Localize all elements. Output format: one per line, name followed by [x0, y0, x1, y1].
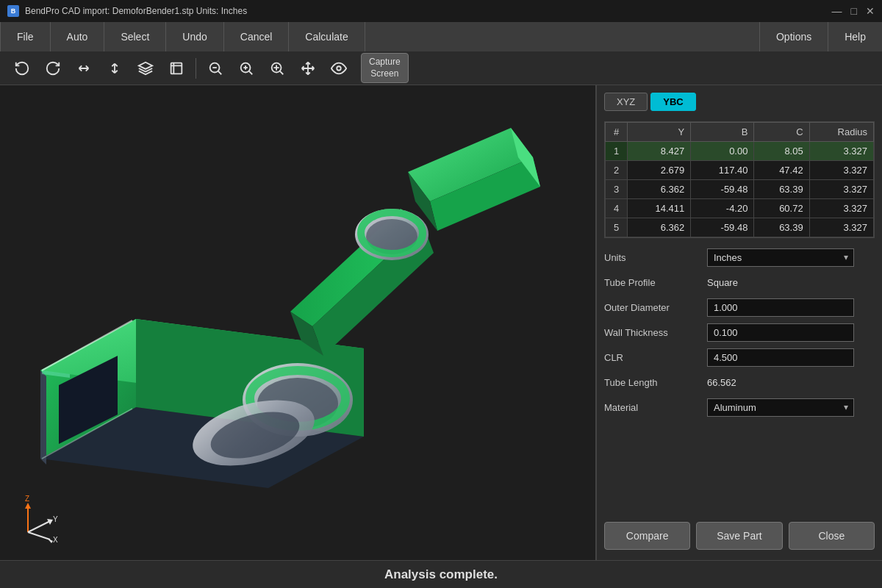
table-row[interactable]: 1 8.427 0.00 8.05 3.327	[606, 142, 874, 161]
table-body: 1 8.427 0.00 8.05 3.327 2 2.679 117.40 4…	[606, 142, 874, 237]
wall-thickness-label: Wall Thickness	[604, 327, 707, 338]
cell-radius: 3.327	[809, 142, 873, 161]
menu-help[interactable]: Help	[828, 22, 882, 51]
wall-thickness-input[interactable]	[707, 323, 854, 342]
app-logo: B	[7, 5, 19, 17]
cell-b: 0.00	[691, 142, 754, 161]
menu-calculate[interactable]: Calculate	[289, 22, 365, 51]
view-button[interactable]	[326, 55, 352, 82]
svg-point-10	[337, 66, 341, 71]
right-panel: XYZ YBC # Y B C Radius 1 8.427 0.00	[595, 85, 882, 560]
clr-label: CLR	[604, 352, 707, 363]
action-buttons: Compare Save Part Close	[604, 516, 875, 553]
tube-endcap	[40, 370, 46, 465]
view-3d-button[interactable]	[132, 55, 159, 82]
col-header-radius: Radius	[809, 123, 873, 142]
close-button[interactable]: ✕	[866, 5, 875, 17]
pan-ud-button[interactable]	[101, 55, 128, 82]
svg-line-17	[28, 521, 50, 532]
cell-b: 117.40	[691, 161, 754, 180]
zoom-in-button[interactable]	[233, 55, 259, 82]
cell-c: 63.39	[754, 180, 809, 199]
cell-y: 6.362	[628, 180, 691, 199]
menu-cancel[interactable]: Cancel	[224, 22, 290, 51]
material-select-wrapper: Aluminum Steel Stainless Steel Copper	[707, 398, 854, 417]
title-controls[interactable]: — □ ✕	[832, 5, 875, 17]
menu-options[interactable]: Options	[759, 22, 828, 51]
cell-y: 14.411	[628, 199, 691, 218]
outer-diameter-input[interactable]	[707, 298, 854, 317]
menu-undo[interactable]: Undo	[166, 22, 223, 51]
cell-b: -59.48	[691, 218, 754, 237]
maximize-button[interactable]: □	[851, 5, 857, 17]
toolbar: CaptureScreen	[0, 51, 882, 85]
cell-y: 6.362	[628, 218, 691, 237]
units-select[interactable]: Inches Millimeters	[707, 248, 854, 267]
minimize-button[interactable]: —	[832, 5, 842, 17]
cell-b: -4.20	[691, 199, 754, 218]
tab-xyz[interactable]: XYZ	[604, 93, 648, 111]
app-title: BendPro CAD import: DemoforBender1.stp U…	[25, 6, 247, 16]
clr-row: CLR	[604, 347, 875, 368]
table-row[interactable]: 5 6.362 -59.48 63.39 3.327	[606, 218, 874, 237]
outer-diameter-label: Outer Diameter	[604, 302, 707, 313]
col-header-num: #	[606, 123, 628, 142]
material-label: Material	[604, 402, 707, 413]
cell-c: 63.39	[754, 218, 809, 237]
cell-radius: 3.327	[809, 161, 873, 180]
cell-b: -59.48	[691, 180, 754, 199]
compare-button[interactable]: Compare	[604, 522, 690, 550]
tab-ybc[interactable]: YBC	[650, 93, 695, 111]
properties-panel: Units Inches Millimeters Tube Profile Sq…	[604, 244, 875, 510]
table-row[interactable]: 2 2.679 117.40 47.42 3.327	[606, 161, 874, 180]
view-front-button[interactable]	[163, 55, 190, 82]
pan-lr-button[interactable]	[71, 55, 97, 82]
rotate-cw-button[interactable]	[40, 55, 66, 82]
rotate-ccw-button[interactable]	[9, 55, 35, 82]
table-row[interactable]: 3 6.362 -59.48 63.39 3.327	[606, 180, 874, 199]
cell-radius: 3.327	[809, 180, 873, 199]
cell-num: 1	[606, 142, 628, 161]
zoom-fit-button[interactable]	[264, 55, 290, 82]
cell-y: 8.427	[628, 142, 691, 161]
svg-line-3	[218, 71, 222, 74]
cell-radius: 3.327	[809, 199, 873, 218]
col-header-y: Y	[628, 123, 691, 142]
close-button[interactable]: Close	[789, 522, 875, 550]
svg-text:X: X	[53, 536, 58, 544]
title-left: B BendPro CAD import: DemoforBender1.stp…	[7, 5, 247, 17]
tab-row: XYZ YBC	[604, 93, 875, 111]
material-select[interactable]: Aluminum Steel Stainless Steel Copper	[707, 398, 854, 417]
units-select-wrapper: Inches Millimeters	[707, 248, 854, 267]
menu-file[interactable]: File	[0, 22, 51, 51]
menu-select[interactable]: Select	[104, 22, 166, 51]
menu-bar: File Auto Select Undo Cancel Calculate O…	[0, 22, 882, 51]
save-part-button[interactable]: Save Part	[696, 522, 782, 550]
table-row[interactable]: 4 14.411 -4.20 60.72 3.327	[606, 199, 874, 218]
cell-num: 5	[606, 218, 628, 237]
menu-auto[interactable]: Auto	[51, 22, 105, 51]
tube-length-row: Tube Length 66.562	[604, 372, 875, 392]
move-button[interactable]	[295, 55, 321, 82]
zoom-out-button[interactable]	[202, 55, 229, 82]
3d-shape-svg	[11, 98, 584, 547]
capture-screen-button[interactable]: CaptureScreen	[361, 53, 409, 83]
cell-c: 8.05	[754, 142, 809, 161]
shape-container	[0, 85, 595, 560]
svg-line-7	[249, 71, 253, 74]
bend-table: # Y B C Radius 1 8.427 0.00 8.05 3.327 2…	[605, 122, 874, 237]
cell-radius: 3.327	[809, 218, 873, 237]
status-bar: Analysis complete.	[0, 560, 882, 588]
clr-input[interactable]	[707, 348, 854, 367]
units-row: Units Inches Millimeters	[604, 247, 875, 268]
wall-thickness-row: Wall Thickness	[604, 322, 875, 343]
viewport[interactable]: Z Y X	[0, 85, 595, 560]
status-message: Analysis complete.	[384, 567, 498, 582]
tube-profile-label: Tube Profile	[604, 277, 707, 288]
table-area: # Y B C Radius 1 8.427 0.00 8.05 3.327 2…	[604, 121, 875, 238]
outer-diameter-row: Outer Diameter	[604, 297, 875, 318]
main-area: Z Y X XYZ YBC # Y	[0, 85, 882, 560]
tube-length-value: 66.562	[707, 377, 736, 388]
units-label: Units	[604, 252, 707, 263]
cell-y: 2.679	[628, 161, 691, 180]
